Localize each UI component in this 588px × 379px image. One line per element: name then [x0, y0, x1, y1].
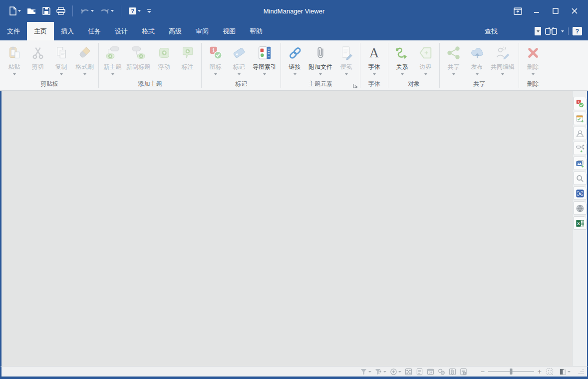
icon-marker-button[interactable]: 1 图标 [204, 43, 227, 76]
redo-button[interactable] [98, 6, 116, 16]
sidebar-tab-map-parts[interactable] [574, 142, 587, 155]
undo-dropdown[interactable] [91, 10, 94, 12]
callout-button[interactable]: 标注 [176, 43, 199, 76]
notes-button[interactable] [415, 368, 424, 376]
redo-dropdown[interactable] [111, 10, 114, 12]
app-window: ? MindManager Viewer 文件 主页 插入 任务 设计 格式 高… [0, 0, 588, 379]
help-dropdown[interactable] [138, 10, 141, 12]
co-editing-icon [494, 44, 511, 62]
attachment-button[interactable]: 附加文件 [306, 43, 334, 76]
new-document-dropdown[interactable] [18, 10, 21, 12]
sidebar-tab-resources[interactable] [574, 127, 587, 140]
filter-button[interactable] [359, 368, 372, 376]
customize-quick-access-button[interactable] [145, 7, 154, 15]
svg-text:N: N [579, 191, 581, 196]
help-question-icon[interactable]: ? [573, 27, 582, 35]
save-button[interactable] [40, 5, 52, 16]
minimize-button[interactable] [528, 4, 545, 18]
format-painter-button[interactable]: 格式刷 [73, 43, 96, 76]
ribbon-display-options-button[interactable] [509, 4, 526, 18]
icon-markers-button[interactable] [437, 368, 446, 376]
sidebar-tab-web[interactable] [574, 201, 587, 215]
tab-design[interactable]: 设计 [108, 22, 135, 40]
sidebar-tab-capture-n[interactable]: N [574, 187, 587, 200]
title-bar: ? MindManager Viewer [0, 0, 588, 22]
new-document-button[interactable] [7, 5, 23, 17]
tab-view[interactable]: 视图 [216, 22, 243, 40]
new-subtopic-icon [130, 44, 147, 62]
zoom-out-button[interactable]: − [481, 368, 485, 375]
font-icon: A [366, 44, 383, 62]
tag-button[interactable]: 标记 [227, 43, 251, 76]
copy-button[interactable]: 复制 [49, 43, 73, 76]
sidebar-tab-excel[interactable]: X [574, 216, 587, 230]
map-index-button[interactable]: 导图索引 [251, 43, 279, 76]
tab-help[interactable]: 帮助 [243, 22, 270, 40]
cut-button[interactable]: 剪切 [26, 43, 49, 76]
paste-button[interactable]: 粘贴 [2, 43, 26, 76]
format-painter-icon [76, 44, 93, 62]
publish-icon [469, 44, 486, 62]
right-sidebar: 1 N X [572, 91, 587, 366]
sidebar-tab-library[interactable] [574, 157, 587, 170]
find-label[interactable]: 查找 [485, 27, 498, 36]
new-topic-button[interactable]: 新主题 [101, 43, 124, 76]
print-button[interactable] [54, 5, 67, 16]
zoom-in-button[interactable]: + [538, 368, 542, 375]
tab-format[interactable]: 格式 [135, 22, 162, 40]
co-editing-button[interactable]: 共同编辑 [489, 43, 517, 76]
relationship-button[interactable]: 关系 [390, 43, 414, 76]
link-button[interactable]: 链接 [283, 43, 306, 76]
tab-advanced[interactable]: 高级 [162, 22, 189, 40]
delete-button[interactable]: 删除 [521, 43, 545, 76]
sidebar-tab-icon-markers[interactable]: 1 [574, 97, 587, 110]
sidebar-tab-search[interactable] [574, 172, 587, 185]
svg-text:X: X [577, 221, 580, 226]
tab-home[interactable]: 主页 [27, 22, 54, 40]
tab-insert[interactable]: 插入 [54, 22, 81, 40]
group-separator [201, 43, 202, 88]
share-button[interactable]: 共享 [442, 43, 465, 76]
floating-topic-button[interactable]: 浮动 [152, 43, 176, 76]
boundary-button[interactable]: 边界 [414, 43, 437, 76]
power-filter-button[interactable] [374, 368, 387, 376]
balance-map-button[interactable] [404, 368, 413, 376]
separator [568, 27, 569, 35]
map-canvas[interactable] [1, 91, 572, 366]
find-dropdown[interactable] [561, 30, 564, 32]
zoom-slider[interactable] [488, 371, 534, 372]
tab-review[interactable]: 审阅 [189, 22, 216, 40]
group-label-delete: 删除 [520, 79, 546, 90]
close-button[interactable] [566, 4, 583, 18]
new-subtopic-button[interactable]: 新副标题 [124, 43, 152, 76]
toolbar-separator [121, 5, 121, 16]
help-button[interactable]: ? [126, 5, 143, 16]
note-button[interactable]: 便笺 [334, 43, 358, 76]
task-info-button[interactable]: 24 [426, 368, 435, 376]
sidebar-tab-task-info[interactable] [574, 112, 587, 125]
fit-map-button[interactable] [545, 368, 555, 376]
tab-task[interactable]: 任务 [81, 22, 108, 40]
svg-text:?: ? [131, 8, 134, 14]
ribbon-group-delete: 删除 删除 [520, 40, 546, 90]
open-button[interactable] [25, 5, 38, 16]
add-topic-button[interactable] [389, 368, 402, 376]
group-label-clipboard: 剪贴板 [1, 79, 98, 90]
resize-grip[interactable] [578, 369, 584, 375]
undo-button[interactable] [78, 6, 96, 16]
comments-button[interactable] [459, 368, 468, 376]
publish-button[interactable]: 发布 [465, 43, 489, 76]
font-button[interactable]: A 字体 [362, 43, 386, 76]
svg-text:24: 24 [429, 371, 432, 374]
binoculars-icon[interactable] [545, 26, 557, 36]
delete-icon [525, 44, 542, 62]
panels-button[interactable] [558, 368, 572, 376]
dialog-launcher-icon[interactable] [353, 83, 358, 88]
maximize-button[interactable] [547, 4, 564, 18]
search-history-dropdown[interactable] [535, 27, 541, 35]
ribbon-group-markers: 1 图标 标记 导图索引 标记 [202, 40, 280, 90]
attachments-button[interactable] [448, 368, 457, 376]
ribbon: 粘贴 剪切 复制 格式刷 剪贴板 [0, 40, 588, 91]
zoom-slider-handle[interactable] [510, 369, 512, 375]
tab-file[interactable]: 文件 [0, 22, 27, 40]
